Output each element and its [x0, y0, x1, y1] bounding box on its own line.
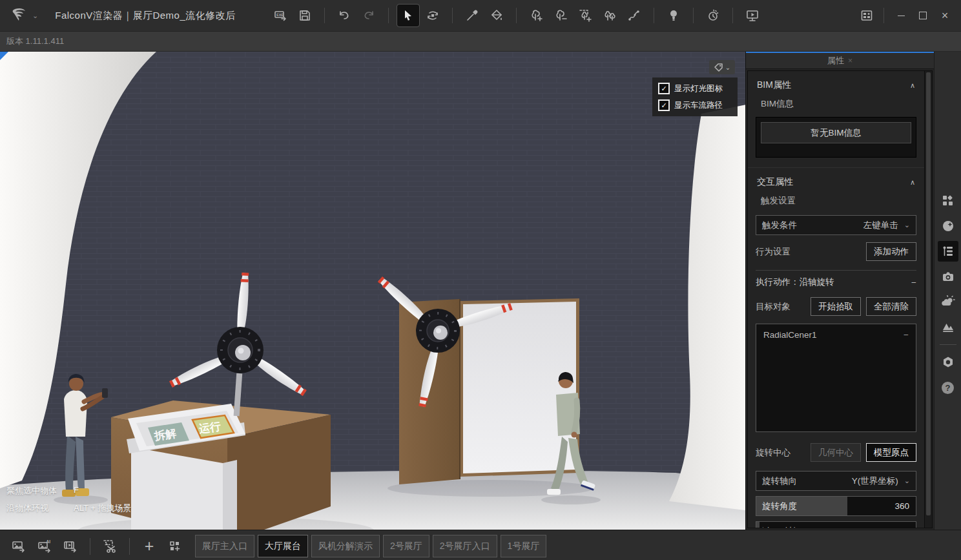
viewpoint-label: 2号展厅	[390, 541, 422, 552]
viewport-3d[interactable]: 拆解 运行	[0, 52, 745, 530]
rotation-angle-label: 旋转角度	[756, 501, 797, 512]
scene-structure-icon[interactable]	[938, 241, 958, 262]
version-bar: 版本 1.11.1.411	[0, 32, 961, 52]
viewpoint-label: 展厅主入口	[202, 541, 247, 552]
settings-icon[interactable]	[938, 352, 958, 373]
rotation-angle-input[interactable]: 旋转角度 360	[756, 496, 916, 516]
close-button[interactable]: ×	[934, 5, 956, 26]
scrollbar-thumb[interactable]	[926, 72, 931, 515]
checkbox-checked-icon[interactable]: ✓	[658, 83, 670, 94]
center-geometric-button[interactable]: 几何中心	[811, 443, 861, 462]
weather-icon[interactable]	[938, 291, 958, 312]
trigger-condition-label: 触发条件	[762, 220, 797, 231]
save-icon[interactable]	[294, 5, 316, 26]
maximize-button[interactable]	[912, 5, 934, 26]
terrain-icon[interactable]	[938, 316, 958, 337]
viewpoint-main-entrance[interactable]: 展厅主入口	[195, 535, 254, 557]
region-vegetation-icon[interactable]	[574, 5, 596, 26]
target-list-item[interactable]: RadialCener1 −	[763, 330, 909, 340]
rotation-center-label: 旋转中心	[756, 447, 790, 459]
app-window: ⌄ FalconV渲染器｜展厅Demo_流化修改后 EXE	[0, 0, 961, 560]
eyedropper-tool-icon[interactable]	[461, 5, 483, 26]
add-viewpoint-icon[interactable]: +	[138, 535, 160, 557]
interaction-section-title: 交互属性	[757, 176, 793, 188]
undo-icon[interactable]	[333, 5, 355, 26]
target-item-name: RadialCener1	[763, 330, 817, 340]
maximize-icon	[919, 12, 927, 19]
toggle-light-icons[interactable]: ✓ 显示灯光图标	[658, 83, 732, 94]
viewpoint-hall1[interactable]: 1号展厅	[501, 535, 547, 557]
start-pick-button[interactable]: 开始拾取	[811, 297, 861, 316]
tab-properties[interactable]: 属性	[827, 55, 844, 67]
export-image-icon[interactable]	[8, 535, 30, 557]
scene-canvas[interactable]: 拆解 运行	[0, 52, 745, 530]
add-vegetation-icon[interactable]	[525, 5, 547, 26]
camera-icon[interactable]	[938, 266, 958, 287]
duration-label: 过程时长	[756, 526, 797, 528]
export-video-icon[interactable]	[59, 535, 81, 557]
vegetation-group-icon[interactable]	[599, 5, 621, 26]
time-of-day-icon[interactable]	[702, 5, 724, 26]
viewpoint-hall2[interactable]: 2号展厅	[383, 535, 429, 557]
toolbar-divider	[388, 8, 389, 23]
orbit-tool-icon[interactable]	[422, 5, 444, 26]
main-toolbar: EXE	[269, 5, 763, 26]
collapse-icon[interactable]: ∧	[910, 178, 915, 187]
path-tool-icon[interactable]	[623, 5, 645, 26]
app-menu[interactable]: ⌄	[0, 6, 45, 25]
center-geometric-label: 几何中心	[818, 447, 853, 459]
trigger-condition-select[interactable]: 触发条件 左键单击 ⌄	[756, 215, 916, 235]
help-icon[interactable]: ?	[938, 377, 958, 398]
select-tool-icon[interactable]	[397, 5, 419, 26]
viewpoint-turbine-demo[interactable]: 风机分解演示	[311, 535, 380, 557]
remove-target-icon[interactable]: −	[904, 330, 909, 340]
duration-input[interactable]: 过程时长 0.3 s	[756, 521, 916, 528]
viewpoint-hall-stage[interactable]: 大厅展台	[258, 535, 308, 557]
toggle-traffic-paths[interactable]: ✓ 显示车流路径	[658, 99, 732, 111]
exhibit-table[interactable]: 拆解 运行	[111, 400, 331, 530]
redo-icon[interactable]	[358, 5, 380, 26]
crop-screenshot-icon[interactable]	[99, 535, 121, 557]
toolbar-divider	[693, 8, 694, 23]
add-action-button[interactable]: 添加动作	[866, 242, 916, 261]
interaction-section-header[interactable]: 交互属性 ∧	[748, 168, 924, 192]
display-options-button[interactable]: ⌄	[709, 60, 735, 74]
hint-focus: 聚焦选中物体 F	[6, 485, 131, 497]
start-pick-label: 开始拾取	[818, 301, 853, 313]
remove-action-icon[interactable]: −	[911, 278, 916, 287]
hint-orbit-label: 沿物体环视	[6, 503, 68, 514]
minimize-button[interactable]	[890, 5, 912, 26]
presentation-mode-icon[interactable]	[741, 5, 763, 26]
viewpoint-buttons: 展厅主入口 大厅展台 风机分解演示 2号展厅 2号展厅入口 1号展厅	[195, 535, 546, 557]
center-origin-button[interactable]: 模型原点	[866, 443, 916, 462]
collapse-icon[interactable]: ∧	[910, 81, 915, 90]
checkbox-checked-icon[interactable]: ✓	[658, 99, 670, 111]
falconv-logo-icon	[9, 6, 28, 25]
bim-section-header[interactable]: BIM属性 ∧	[748, 71, 924, 95]
export-ai-image-icon[interactable]: AI	[34, 535, 56, 557]
light-tool-icon[interactable]	[663, 5, 685, 26]
export-exe-icon[interactable]: EXE	[269, 5, 291, 26]
paint-fill-tool-icon[interactable]	[486, 5, 508, 26]
viewpoint-label: 风机分解演示	[318, 541, 373, 552]
plus-icon: +	[145, 538, 154, 554]
rotation-axis-select[interactable]: 旋转轴向 Y(世界坐标) ⌄	[756, 471, 916, 491]
toolbar-divider	[732, 8, 733, 23]
toolbar-divider	[654, 8, 654, 23]
tab-close-icon[interactable]: ×	[848, 56, 852, 65]
tag-icon	[714, 63, 723, 72]
material-sphere-icon[interactable]	[938, 216, 958, 236]
svg-text:EXE: EXE	[276, 13, 284, 17]
bim-empty-message: 暂无BIM信息	[761, 122, 911, 143]
layout-toggle-icon[interactable]	[856, 5, 878, 26]
assets-library-icon[interactable]	[938, 191, 958, 211]
remove-vegetation-icon[interactable]	[550, 5, 572, 26]
target-object-list[interactable]: RadialCener1 −	[756, 324, 916, 432]
manage-viewpoints-icon[interactable]	[164, 535, 186, 557]
panel-scrollbar[interactable]	[924, 71, 932, 528]
viewport-hints: 聚焦选中物体 F 沿物体环视 ALT + 拖拽场景	[6, 485, 131, 514]
viewpoint-hall2-entrance[interactable]: 2号展厅入口	[433, 535, 497, 557]
clear-all-button[interactable]: 全部清除	[866, 297, 916, 316]
divider	[756, 270, 916, 271]
viewpoint-label: 1号展厅	[508, 541, 540, 552]
